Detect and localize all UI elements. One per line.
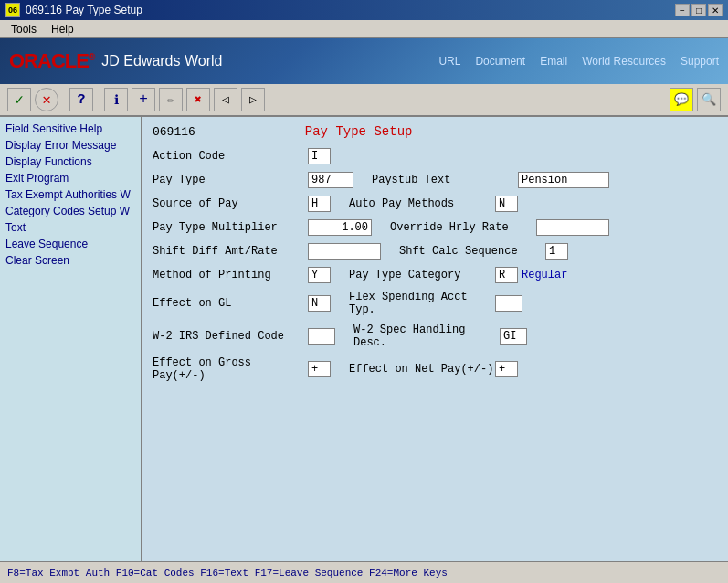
effect-on-net-pay-label: Effect on Net Pay(+/-) <box>349 363 495 376</box>
flex-spending-section: Flex Spending Acct Typ. <box>349 291 717 316</box>
edit-button[interactable]: ✏ <box>159 88 183 111</box>
w2-irs-row: W-2 IRS Defined Code W-2 Spec Handling D… <box>153 323 717 349</box>
effect-on-net-pay-input[interactable] <box>495 361 518 377</box>
w2-spec-handling-section: W-2 Spec Handling Desc. <box>353 323 717 349</box>
check-button[interactable]: ✓ <box>7 88 31 111</box>
flex-spending-label: Flex Spending Acct Typ. <box>349 291 495 316</box>
close-button[interactable]: ✕ <box>708 4 723 16</box>
sidebar-item-text[interactable]: Text <box>0 219 141 236</box>
override-hrly-rate-section: Override Hrly Rate <box>390 219 717 236</box>
prev-button[interactable]: ◁ <box>214 88 237 111</box>
method-of-printing-input[interactable] <box>308 267 331 283</box>
nav-links: URL Document Email World Resources Suppo… <box>438 55 719 68</box>
shft-calc-sequence-section: Shft Calc Sequence <box>399 243 717 260</box>
nav-world-resources[interactable]: World Resources <box>582 55 666 68</box>
titlebar: 06 069116 Pay Type Setup − □ ✕ <box>0 0 728 20</box>
delete-button[interactable]: ✖ <box>186 88 210 111</box>
menu-help[interactable]: Help <box>44 21 81 37</box>
minimize-button[interactable]: − <box>675 4 690 16</box>
next-button[interactable]: ▷ <box>241 88 265 111</box>
pay-type-multiplier-label: Pay Type Multiplier <box>153 221 308 234</box>
shift-diff-input[interactable] <box>308 243 381 260</box>
sidebar-item-field-sensitive-help[interactable]: Field Sensitive Help <box>0 121 141 137</box>
pay-type-category-label: Pay Type Category <box>349 269 495 281</box>
pay-type-category-section: Pay Type Category Regular <box>349 267 717 283</box>
oracle-logo: ORACLE® <box>9 49 94 73</box>
oracle-header: ORACLE® JD Edwards World URL Document Em… <box>0 38 728 84</box>
w2-irs-label: W-2 IRS Defined Code <box>153 330 308 343</box>
window-controls: − □ ✕ <box>675 4 723 16</box>
toolbar-right: 💬 🔍 <box>670 88 721 111</box>
pay-type-multiplier-input[interactable] <box>308 219 372 236</box>
nav-support[interactable]: Support <box>681 55 719 68</box>
shft-calc-sequence-label: Shft Calc Sequence <box>399 245 545 258</box>
action-code-input[interactable] <box>308 148 331 164</box>
add-button[interactable]: + <box>132 88 155 111</box>
sidebar-item-exit-program[interactable]: Exit Program <box>0 170 141 186</box>
w2-irs-input[interactable] <box>308 328 335 344</box>
source-of-pay-row: Source of Pay Auto Pay Methods <box>153 196 717 212</box>
menu-tools[interactable]: Tools <box>4 21 44 37</box>
jde-text: JD Edwards World <box>101 53 222 69</box>
statusbar: F8=Tax Exmpt Auth F10=Cat Codes F16=Text… <box>0 561 728 583</box>
action-code-row: Action Code <box>153 148 717 164</box>
effect-on-gross-pay-input[interactable] <box>308 361 331 377</box>
main-area: Field Sensitive Help Display Error Messa… <box>0 117 728 561</box>
pay-type-row: Pay Type Paystub Text <box>153 172 717 188</box>
effect-on-gl-row: Effect on GL Flex Spending Acct Typ. <box>153 291 717 316</box>
sidebar-item-tax-exempt[interactable]: Tax Exempt Authorities W <box>0 186 141 203</box>
sidebar-item-display-error[interactable]: Display Error Message <box>0 137 141 154</box>
registered-mark: ® <box>89 52 94 62</box>
info-button[interactable]: ℹ <box>104 88 128 111</box>
oracle-text: ORACLE <box>9 49 89 72</box>
toolbar: ✓ ✕ ? ℹ + ✏ ✖ ◁ ▷ 💬 🔍 <box>0 84 728 117</box>
w2-spec-handling-input[interactable] <box>500 328 527 344</box>
flex-spending-input[interactable] <box>495 295 522 312</box>
auto-pay-methods-section: Auto Pay Methods <box>349 196 717 212</box>
sidebar-item-clear-screen[interactable]: Clear Screen <box>0 252 141 269</box>
form-title: Pay Type Setup <box>305 124 413 139</box>
pay-type-category-extra: Regular <box>522 269 567 281</box>
paystub-text-input[interactable] <box>518 172 609 188</box>
pay-type-input[interactable] <box>308 172 353 188</box>
auto-pay-methods-label: Auto Pay Methods <box>349 197 495 210</box>
nav-url[interactable]: URL <box>438 55 460 68</box>
sidebar-item-leave-sequence[interactable]: Leave Sequence <box>0 236 141 252</box>
paystub-text-label: Paystub Text <box>372 174 518 186</box>
statusbar-text: F8=Tax Exmpt Auth F10=Cat Codes F16=Text… <box>7 567 448 578</box>
chat-button[interactable]: 💬 <box>670 88 693 111</box>
help-button[interactable]: ? <box>69 88 93 111</box>
window-title: 069116 Pay Type Setup <box>26 4 675 16</box>
shft-calc-sequence-input[interactable] <box>545 243 568 260</box>
sidebar: Field Sensitive Help Display Error Messa… <box>0 117 142 561</box>
sidebar-item-display-functions[interactable]: Display Functions <box>0 154 141 170</box>
effect-on-gross-pay-label: Effect on Gross Pay(+/-) <box>153 356 308 382</box>
pay-type-multiplier-row: Pay Type Multiplier Override Hrly Rate <box>153 219 717 236</box>
search-button[interactable]: 🔍 <box>697 88 721 111</box>
override-hrly-rate-label: Override Hrly Rate <box>390 221 536 234</box>
menubar: Tools Help <box>0 20 728 38</box>
method-of-printing-label: Method of Printing <box>153 269 308 281</box>
auto-pay-methods-input[interactable] <box>495 196 518 212</box>
method-of-printing-row: Method of Printing Pay Type Category Reg… <box>153 267 717 283</box>
form-id: 069116 <box>153 125 195 139</box>
nav-email[interactable]: Email <box>540 55 567 68</box>
maximize-button[interactable]: □ <box>691 4 706 16</box>
shift-diff-row: Shift Diff Amt/Rate Shft Calc Sequence <box>153 243 717 260</box>
effect-on-net-pay-section: Effect on Net Pay(+/-) <box>349 361 717 377</box>
action-code-label: Action Code <box>153 150 308 163</box>
pay-type-category-input[interactable] <box>495 267 518 283</box>
w2-spec-handling-label: W-2 Spec Handling Desc. <box>353 323 500 349</box>
effect-on-gross-pay-row: Effect on Gross Pay(+/-) Effect on Net P… <box>153 356 717 382</box>
sidebar-item-category-codes[interactable]: Category Codes Setup W <box>0 203 141 219</box>
form-header: 069116 Pay Type Setup <box>153 124 717 139</box>
source-of-pay-label: Source of Pay <box>153 197 308 210</box>
shift-diff-label: Shift Diff Amt/Rate <box>153 245 308 258</box>
source-of-pay-input[interactable] <box>308 196 331 212</box>
nav-document[interactable]: Document <box>475 55 525 68</box>
cancel-button[interactable]: ✕ <box>35 88 58 111</box>
override-hrly-rate-input[interactable] <box>536 219 609 236</box>
pay-type-label: Pay Type <box>153 174 308 186</box>
effect-on-gl-input[interactable] <box>308 295 331 312</box>
effect-on-gl-label: Effect on GL <box>153 297 308 310</box>
